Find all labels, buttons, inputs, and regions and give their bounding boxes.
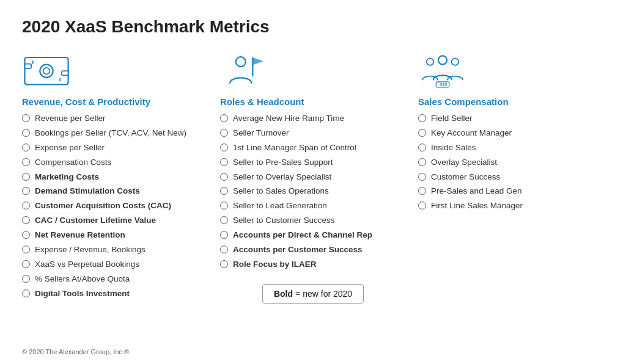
list-item: Seller to Lead Generation bbox=[220, 200, 406, 212]
svg-text:$$$: $$$ bbox=[440, 82, 447, 87]
columns-wrapper: Revenue, Cost & Productivity Revenue per… bbox=[22, 48, 604, 304]
circle-bullet bbox=[220, 216, 228, 224]
circle-bullet bbox=[22, 114, 30, 122]
circle-bullet bbox=[220, 144, 228, 151]
revenue-icon-area bbox=[22, 48, 208, 92]
list-item-bold: Digital Tools Investment bbox=[22, 288, 208, 300]
column-sales-comp: $ $$$ Sales Compensation Field Seller Ke… bbox=[418, 48, 604, 304]
roles-icon-area bbox=[220, 48, 406, 92]
list-item: Overlay Specialist bbox=[418, 157, 604, 169]
list-item: Seller to Pre-Sales Support bbox=[220, 157, 406, 169]
svg-point-2 bbox=[43, 68, 50, 75]
circle-bullet bbox=[418, 173, 426, 181]
circle-bullet bbox=[220, 187, 228, 195]
svg-rect-4 bbox=[62, 71, 68, 75]
circle-bullet bbox=[418, 144, 426, 151]
legend-suffix: new for 2020 bbox=[303, 289, 352, 299]
sales-comp-heading: Sales Compensation bbox=[418, 96, 604, 107]
circle-bullet bbox=[418, 158, 426, 166]
circle-bullet bbox=[220, 202, 228, 209]
circle-bullet bbox=[22, 187, 30, 195]
sales-comp-list: Field Seller Key Account Manager Inside … bbox=[418, 113, 604, 212]
circle-bullet bbox=[220, 114, 228, 122]
list-item-bold: Marketing Costs bbox=[22, 172, 208, 183]
roles-heading: Roles & Headcount bbox=[220, 96, 406, 107]
svg-point-12 bbox=[452, 58, 459, 65]
revenue-heading: Revenue, Cost & Productivity bbox=[22, 96, 208, 107]
column-roles: Roles & Headcount Average New Hire Ramp … bbox=[220, 48, 418, 304]
circle-bullet bbox=[22, 158, 30, 166]
list-item: 1st Line Manager Span of Control bbox=[220, 142, 406, 154]
list-item: Customer Success bbox=[418, 172, 604, 183]
list-item: Field Seller bbox=[418, 113, 604, 125]
circle-bullet bbox=[22, 260, 30, 268]
list-item: Expense per Seller bbox=[22, 142, 208, 154]
list-item-bold: Demand Stimulation Costs bbox=[22, 186, 208, 197]
circle-bullet bbox=[22, 246, 30, 253]
list-item-bold: Role Focus by ILAER bbox=[220, 259, 406, 271]
list-item: Pre-Sales and Lead Gen bbox=[418, 186, 604, 197]
list-item-bold: Accounts per Customer Success bbox=[220, 244, 406, 256]
money-icon bbox=[22, 50, 71, 89]
person-flag-icon bbox=[220, 50, 269, 89]
column-revenue: Revenue, Cost & Productivity Revenue per… bbox=[22, 48, 220, 304]
sales-comp-icon-area: $ $$$ bbox=[418, 48, 604, 92]
list-item-bold: Net Revenue Retention bbox=[22, 230, 208, 241]
list-item: Key Account Manager bbox=[418, 128, 604, 139]
footer: © 2020 The Alexander Group, Inc.® bbox=[22, 348, 129, 355]
circle-bullet bbox=[220, 246, 228, 253]
svg-point-11 bbox=[427, 58, 434, 65]
group-icon: $ $$$ bbox=[418, 50, 467, 89]
circle-bullet bbox=[22, 173, 30, 181]
circle-bullet bbox=[418, 202, 426, 209]
circle-bullet bbox=[22, 275, 30, 283]
svg-point-10 bbox=[438, 56, 447, 64]
page-container: 2020 XaaS Benchmark Metrics Revenue, Cos… bbox=[0, 0, 626, 364]
list-item: Compensation Costs bbox=[22, 157, 208, 169]
svg-rect-3 bbox=[24, 64, 31, 68]
list-item: First Line Sales Manager bbox=[418, 200, 604, 212]
roles-list: Average New Hire Ramp Time Seller Turnov… bbox=[220, 113, 406, 271]
svg-point-7 bbox=[236, 57, 246, 67]
circle-bullet bbox=[220, 158, 228, 166]
list-item: Bookings per Seller (TCV, ACV, Net New) bbox=[22, 128, 208, 139]
circle-bullet bbox=[220, 260, 228, 268]
circle-bullet bbox=[418, 114, 426, 122]
list-item: Seller to Overlay Specialist bbox=[220, 172, 406, 183]
circle-bullet bbox=[418, 187, 426, 195]
revenue-list: Revenue per Seller Bookings per Seller (… bbox=[22, 113, 208, 300]
circle-bullet bbox=[220, 173, 228, 181]
list-item: Seller to Customer Success bbox=[220, 215, 406, 227]
svg-marker-9 bbox=[252, 57, 263, 65]
list-item-bold: Accounts per Direct & Channel Rep bbox=[220, 230, 406, 241]
page-title: 2020 XaaS Benchmark Metrics bbox=[22, 17, 604, 37]
list-item: XaaS vs Perpetual Bookings bbox=[22, 259, 208, 271]
legend-eq: = bbox=[295, 289, 300, 299]
list-item: Seller to Sales Operations bbox=[220, 186, 406, 197]
circle-bullet bbox=[22, 231, 30, 239]
list-item: Expense / Revenue, Bookings bbox=[22, 244, 208, 256]
circle-bullet bbox=[22, 202, 30, 209]
circle-bullet bbox=[220, 129, 228, 137]
list-item: % Sellers At/Above Quota bbox=[22, 274, 208, 285]
list-item: Seller Turnover bbox=[220, 128, 406, 139]
bold-legend: Bold = new for 2020 bbox=[262, 284, 364, 304]
legend-bold-text: Bold bbox=[274, 289, 293, 299]
svg-point-1 bbox=[40, 65, 53, 78]
list-item: Revenue per Seller bbox=[22, 113, 208, 125]
circle-bullet bbox=[22, 289, 30, 297]
circle-bullet bbox=[22, 129, 30, 137]
list-item-bold: Customer Acquisition Costs (CAC) bbox=[22, 200, 208, 212]
circle-bullet bbox=[220, 231, 228, 239]
list-item-bold: CAC / Customer Lifetime Value bbox=[22, 215, 208, 227]
circle-bullet bbox=[22, 144, 30, 151]
circle-bullet bbox=[418, 129, 426, 137]
list-item: Average New Hire Ramp Time bbox=[220, 113, 406, 125]
legend-area: Bold = new for 2020 bbox=[220, 278, 406, 304]
list-item: Inside Sales bbox=[418, 142, 604, 154]
circle-bullet bbox=[22, 216, 30, 224]
